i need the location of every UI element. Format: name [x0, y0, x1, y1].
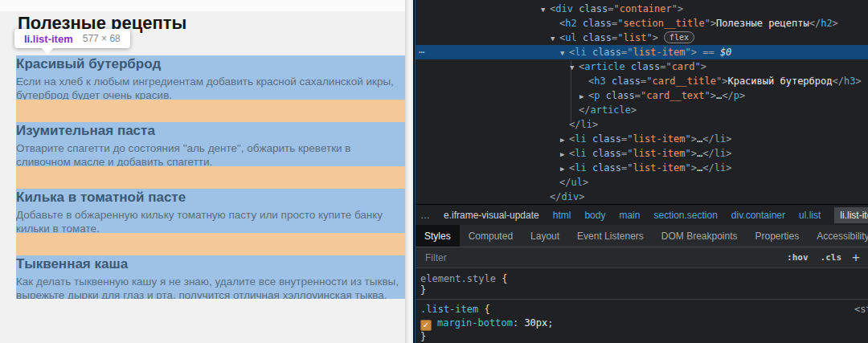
code-token: </ — [809, 18, 821, 29]
tree-row[interactable]: ▼<article class="card"> — [416, 59, 868, 74]
row-menu-dots-icon[interactable]: ⋯ — [419, 45, 425, 59]
tree-row[interactable]: ▶<p class="card__text">…</p> — [416, 88, 868, 103]
tree-row[interactable]: ▶<li class="list-item">…</li> — [416, 146, 868, 161]
tree-row[interactable]: </div> — [416, 190, 868, 204]
code-token: =" — [621, 133, 633, 145]
tab-computed[interactable]: Computed — [460, 225, 522, 247]
tree-row[interactable]: ▼<ul class="list">flex — [416, 31, 868, 45]
code-token: div — [561, 191, 579, 202]
expand-arrow-icon[interactable]: ▶ — [560, 133, 569, 147]
expand-arrow-icon[interactable]: ▼ — [570, 60, 579, 75]
code-token: =" — [660, 61, 671, 72]
tree-row[interactable]: ▶<li class="list-item">…</li> — [416, 132, 868, 146]
tab-dom-breakpoints[interactable]: DOM Breakpoints — [653, 225, 747, 247]
breadcrumb-item[interactable]: li.list-item — [834, 207, 868, 223]
code-token: card — [672, 61, 695, 72]
code-token: =" — [641, 76, 652, 87]
code-token: </ — [569, 119, 580, 130]
code-token: </ — [702, 148, 714, 159]
expand-arrow-icon[interactable]: ▼ — [560, 46, 569, 60]
expand-arrow-icon[interactable]: ▶ — [579, 89, 588, 104]
card-text-line: бутерброд будет очень красив. — [16, 88, 407, 100]
expand-arrow-icon[interactable]: ▶ — [560, 147, 569, 161]
code-token: > — [726, 162, 731, 174]
code-token: class — [625, 61, 660, 72]
card-text-line: вырежьте дырки для глаз и рта, получится… — [16, 288, 407, 299]
page-scrollbar[interactable] — [405, 0, 413, 343]
recipe-card: Красивый бутерброд Если на хлеб к любым … — [16, 55, 407, 100]
tree-row-selected[interactable]: ⋯▼<li class="list-item"> == $0 — [416, 45, 868, 59]
code-token: class — [587, 47, 621, 58]
breadcrumb-item[interactable]: body — [584, 210, 605, 221]
tree-row[interactable]: </li> — [416, 117, 868, 132]
page-top-strip — [0, 0, 413, 11]
inspect-tooltip: li.list-item 577 × 68 — [14, 29, 130, 48]
list-item-rule: .list-item { <style ✓margin-bottom: 30px… — [416, 300, 868, 342]
code-token: li — [575, 47, 586, 58]
expand-arrow-icon[interactable]: ▶ — [560, 161, 569, 176]
property-enabled-checkbox[interactable]: ✓ — [420, 320, 432, 331]
tab-properties[interactable]: Properties — [747, 225, 809, 247]
code-token: </ — [579, 104, 590, 116]
stylesheet-source-link[interactable]: <style — [854, 304, 868, 315]
code-token: class — [587, 133, 621, 145]
flex-badge[interactable]: flex — [664, 31, 694, 43]
styles-filter-input[interactable] — [424, 251, 775, 264]
card-title: Красивый бутерброд — [16, 55, 407, 72]
css-property[interactable]: ✓margin-bottom: 30px; — [420, 317, 868, 329]
rule-selector[interactable]: .list-item — [420, 304, 478, 315]
code-token: =" — [621, 162, 633, 174]
code-token: class — [587, 162, 621, 174]
tree-row[interactable]: ▶<li class="list-item">…</li> — [416, 161, 868, 175]
inline-style-selector[interactable]: element.style — [420, 273, 496, 284]
breadcrumb-item[interactable]: section.section — [653, 210, 717, 221]
code-token: class — [587, 148, 621, 159]
tab-accessibility[interactable]: Accessibility — [808, 225, 868, 247]
inline-style-rule: element.style { } — [416, 268, 868, 299]
property-value[interactable]: 30px — [524, 317, 547, 329]
code-token: h3 — [844, 76, 855, 87]
page-viewport: Полезные рецепты li.list-item 577 × 68 К… — [0, 0, 413, 343]
code-token: </ — [702, 162, 714, 174]
styles-filter-bar: :hov .cls + — [416, 247, 868, 268]
tab-styles[interactable]: Styles — [416, 225, 460, 247]
code-token: > — [726, 133, 731, 145]
code-token: </ — [550, 191, 561, 202]
tree-row[interactable]: <h3 class="card__title">Красивый бутербр… — [416, 74, 868, 88]
tree-row[interactable]: <h2 class="section__title">Полезные реце… — [416, 16, 868, 31]
tree-row[interactable]: ▼<div class="container"> — [416, 2, 868, 16]
expand-arrow-icon[interactable]: ▼ — [541, 2, 550, 17]
card-text-line: Добавьте в обжаренную кильку томатную па… — [16, 208, 407, 222]
tab-event-listeners[interactable]: Event Listeners — [568, 225, 653, 247]
new-style-rule-button[interactable]: + — [852, 251, 860, 264]
code-token: > — [579, 191, 584, 202]
code-token: =" — [608, 3, 619, 14]
code-token: class — [577, 32, 612, 43]
tree-row[interactable]: </article> — [416, 103, 868, 117]
tooltip-dimensions: 577 × 68 — [83, 33, 121, 44]
breadcrumb-item[interactable]: div.container — [731, 210, 785, 221]
breadcrumb-item[interactable]: main — [619, 210, 640, 221]
code-token: list-item — [633, 47, 686, 58]
expand-arrow-icon[interactable]: ▼ — [551, 31, 559, 46]
card-text-line: Как делать тыквенную кашу я не знаю, уда… — [16, 275, 407, 288]
tree-row[interactable]: </ul> — [416, 175, 868, 190]
pseudo-state-toggle[interactable]: :hov — [787, 252, 809, 263]
breadcrumbs: … e.iframe-visual-updatehtmlbodymainsect… — [416, 204, 868, 225]
code-token: article — [584, 61, 625, 72]
tab-layout[interactable]: Layout — [522, 225, 568, 247]
breadcrumb-overflow-button[interactable]: … — [420, 210, 432, 221]
element-classes-toggle[interactable]: .cls — [821, 252, 842, 263]
breadcrumb-item[interactable]: ul.list — [799, 210, 821, 221]
code-token: li — [714, 133, 726, 145]
code-token: > — [739, 90, 745, 101]
breadcrumb-item[interactable]: html — [553, 210, 571, 221]
property-name[interactable]: margin-bottom — [437, 317, 513, 329]
breadcrumb-item[interactable]: e.iframe-visual-update — [444, 210, 539, 221]
code-token: li — [580, 119, 592, 130]
code-token: li — [575, 133, 586, 145]
code-token: =" — [635, 90, 646, 101]
styles-pane: element.style { } .list-item { <style ✓m… — [416, 268, 868, 343]
code-token: h2 — [565, 18, 576, 29]
code-token: "> — [686, 133, 697, 145]
